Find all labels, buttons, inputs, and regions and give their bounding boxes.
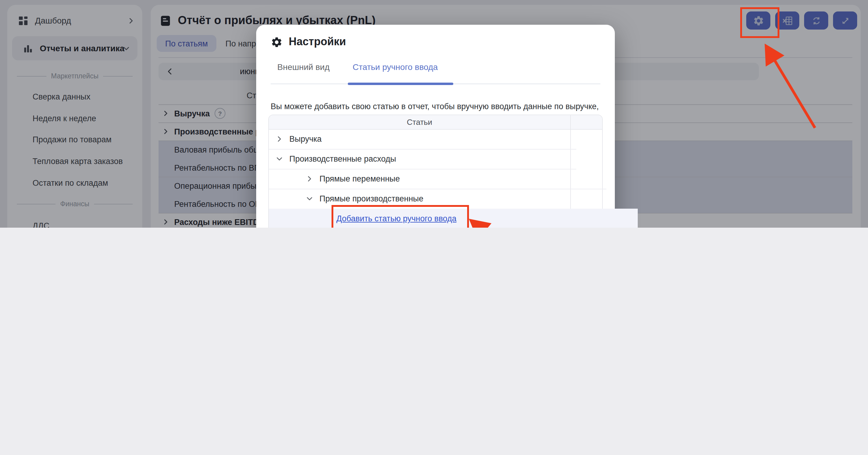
settings-modal: Настройки Внешний вид Статьи ручного вво… [256, 25, 615, 228]
add-manual-article-link[interactable]: Добавить статью ручного ввода [336, 214, 457, 223]
tree-row-direct-variable[interactable]: Прямые переменные [269, 169, 607, 189]
tree-row-label: Выручка [289, 134, 321, 144]
app-root: Дашборд Отчеты и аналитика Маркетплейсы … [0, 0, 868, 228]
chevron-down-icon[interactable] [275, 154, 284, 164]
tree-row-label: Прямые переменные [319, 174, 400, 183]
active-tab-underline [348, 83, 453, 85]
column-header-label: Статьи [269, 115, 570, 129]
tree-column-header: Статьи [269, 115, 602, 130]
tree-row-direct-production[interactable]: Прямые производственные [269, 189, 607, 209]
tree-row-revenue[interactable]: Выручка [269, 129, 576, 150]
chevron-right-icon[interactable] [275, 134, 284, 144]
chevron-right-icon[interactable] [305, 174, 315, 184]
tree-row-label: Прямые производственные [319, 194, 424, 203]
articles-tree-table: Статьи Выручка Производственные расходы … [268, 115, 603, 228]
modal-header: Настройки [271, 36, 346, 48]
tree-row-label: Производственные расходы [289, 154, 396, 163]
gear-icon [271, 36, 283, 48]
modal-title: Настройки [289, 36, 346, 48]
tab-manual-articles[interactable]: Статьи ручного ввода [352, 62, 438, 72]
tab-appearance[interactable]: Внешний вид [277, 62, 330, 72]
tree-row-production-costs[interactable]: Производственные расходы [269, 149, 576, 170]
tree-row-add-manual-article-1[interactable]: Добавить статью ручного ввода [269, 209, 638, 228]
chevron-down-icon[interactable] [305, 194, 315, 204]
